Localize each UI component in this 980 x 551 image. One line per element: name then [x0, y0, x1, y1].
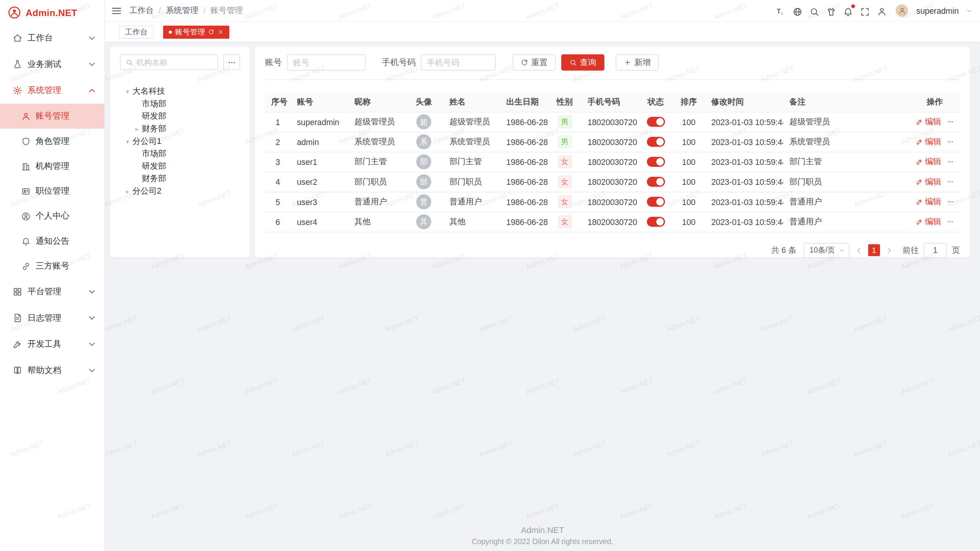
cell-nickname: 普通用户	[348, 192, 404, 212]
cell-phone: 18020030720	[581, 212, 639, 231]
tab-workbench[interactable]: 工作台	[119, 25, 154, 38]
sidebar-item-position-management[interactable]: 职位管理	[0, 179, 105, 204]
tree-node[interactable]: 市场部	[120, 147, 240, 160]
status-toggle[interactable]	[647, 157, 665, 167]
avatar: 系	[416, 134, 431, 149]
sidebar-item-workbench[interactable]: 工作台	[0, 25, 105, 51]
tree-node[interactable]: 市场部	[120, 98, 240, 110]
cell-sort: 100	[673, 112, 705, 132]
edit-button[interactable]: 编辑	[916, 116, 941, 127]
refresh-icon[interactable]	[208, 29, 214, 35]
tree-node[interactable]: ▸财务部	[120, 122, 240, 135]
notification-badge	[851, 4, 855, 8]
sidebar-item-third-party-account[interactable]: 三方账号	[0, 254, 105, 279]
search-button[interactable]: 查询	[561, 54, 604, 70]
tab-account-management[interactable]: 账号管理	[163, 25, 229, 38]
next-page-icon[interactable]	[885, 246, 894, 254]
row-more-icon[interactable]	[947, 217, 954, 227]
edit-button[interactable]: 编辑	[916, 196, 941, 207]
sidebar-item-account-management[interactable]: 账号管理	[0, 104, 105, 129]
search-icon[interactable]	[809, 6, 819, 16]
user-icon[interactable]	[877, 6, 887, 16]
sidebar-item-help-docs[interactable]: 帮助文档	[0, 357, 105, 384]
status-toggle[interactable]	[647, 217, 665, 227]
status-toggle[interactable]	[647, 197, 665, 207]
org-tree-panel: ▾大名科技 市场部 研发部 ▸财务部 ▾分公司1 市场部 研发部 财务部 ▸分公…	[110, 47, 250, 257]
row-more-icon[interactable]	[947, 197, 954, 207]
username[interactable]: superadmin	[916, 6, 959, 15]
font-size-icon[interactable]	[776, 6, 786, 16]
gear-icon	[13, 86, 23, 96]
row-more-icon[interactable]	[947, 117, 954, 127]
edit-button[interactable]: 编辑	[916, 156, 941, 167]
language-icon[interactable]	[792, 6, 802, 16]
tree-node[interactable]: ▾大名科技	[120, 85, 240, 98]
reset-button[interactable]: 重置	[513, 54, 556, 70]
cell-gender: 女	[548, 212, 581, 231]
caret-collapsed-icon[interactable]: ▸	[133, 125, 141, 132]
edit-button[interactable]: 编辑	[916, 216, 941, 227]
chevron-down-icon[interactable]	[965, 7, 972, 14]
tree-node[interactable]: ▾分公司1	[120, 135, 240, 148]
status-toggle[interactable]	[647, 177, 665, 187]
gender-tag: 女	[558, 155, 572, 168]
sidebar-item-business-test[interactable]: 业务测试	[0, 51, 105, 78]
caret-expanded-icon[interactable]: ▾	[124, 138, 131, 145]
page-number-active[interactable]: 1	[868, 244, 880, 256]
chevron-down-icon	[87, 339, 97, 349]
status-toggle[interactable]	[647, 137, 665, 147]
tree-node[interactable]: 研发部	[120, 160, 240, 173]
tree-node[interactable]: 研发部	[120, 110, 240, 122]
breadcrumb-item[interactable]: 工作台	[129, 5, 154, 16]
tree-node[interactable]: 财务部	[120, 173, 240, 185]
goto-page-input[interactable]	[924, 243, 947, 258]
cell-modified: 2023-01-03 10:59:44	[705, 212, 783, 231]
menu-collapse-icon[interactable]	[111, 5, 122, 16]
sidebar-item-org-management[interactable]: 机构管理	[0, 154, 105, 179]
cell-remark: 普通用户	[783, 212, 910, 231]
cell-actions: 编辑	[910, 212, 960, 231]
cell-birthday: 1986-06-28	[500, 132, 548, 152]
bell-icon[interactable]	[843, 6, 853, 16]
phone-input[interactable]	[421, 54, 496, 70]
sidebar-item-personal-center[interactable]: 个人中心	[0, 204, 105, 228]
cell-nickname: 超级管理员	[348, 112, 404, 132]
logo-text: Admin.NET	[26, 7, 77, 18]
theme-icon[interactable]	[826, 6, 836, 16]
sidebar-item-log-management[interactable]: 日志管理	[0, 305, 105, 331]
account-input[interactable]	[287, 54, 366, 70]
tree-more-button[interactable]	[223, 54, 240, 70]
status-toggle[interactable]	[647, 117, 665, 127]
sidebar-item-role-management[interactable]: 角色管理	[0, 129, 105, 153]
caret-expanded-icon[interactable]: ▾	[124, 88, 131, 95]
row-more-icon[interactable]	[947, 137, 954, 147]
add-button[interactable]: 新增	[616, 54, 659, 70]
edit-button[interactable]: 编辑	[916, 176, 941, 187]
cell-index: 4	[265, 172, 291, 192]
page-size-select[interactable]: 10条/页	[804, 243, 849, 258]
chevron-down-icon	[87, 365, 97, 375]
breadcrumb-item[interactable]: 系统管理	[166, 5, 198, 16]
cell-nickname: 部门职员	[348, 172, 404, 192]
sidebar-item-label: 业务测试	[28, 59, 82, 70]
logo: Admin.NET	[0, 0, 105, 25]
org-search-input[interactable]	[136, 58, 212, 67]
column-header: 状态	[639, 93, 673, 112]
sidebar-item-notice[interactable]: 通知公告	[0, 229, 105, 254]
flask-icon	[13, 59, 23, 69]
cell-account: superadmin	[291, 112, 348, 132]
row-more-icon[interactable]	[947, 177, 954, 187]
prev-page-icon[interactable]	[854, 246, 863, 254]
cell-modified: 2023-01-03 10:59:44	[705, 152, 783, 172]
tree-node-label: 财务部	[142, 123, 167, 134]
tree-node[interactable]: ▸分公司2	[120, 185, 240, 197]
close-icon[interactable]	[217, 29, 224, 35]
row-more-icon[interactable]	[947, 157, 954, 167]
sidebar-item-system-management[interactable]: 系统管理	[0, 77, 105, 104]
sidebar-item-dev-tools[interactable]: 开发工具	[0, 331, 105, 357]
fullscreen-icon[interactable]	[860, 6, 870, 16]
caret-collapsed-icon[interactable]: ▸	[124, 188, 131, 195]
edit-button[interactable]: 编辑	[916, 136, 941, 147]
sidebar-item-platform-management[interactable]: 平台管理	[0, 279, 105, 305]
avatar[interactable]	[896, 4, 908, 17]
